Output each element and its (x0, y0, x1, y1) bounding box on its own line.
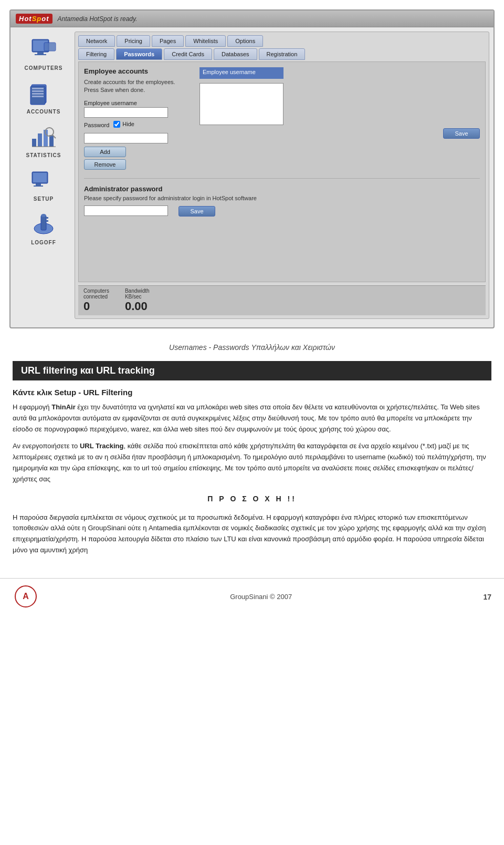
status-bar: Computersconnected 0 BandwidthKB/sec 0.0… (78, 285, 486, 315)
svg-rect-7 (32, 88, 44, 89)
svg-rect-26 (46, 220, 48, 222)
employee-accounts-section: Employee accounts Create accounts for th… (84, 67, 480, 172)
tab-pricing[interactable]: Pricing (117, 35, 150, 47)
app-logo: HotSpot (16, 14, 52, 24)
hide-label: Hide (122, 121, 134, 127)
sidebar-computers-label: COMPUTERS (25, 65, 63, 71)
svg-rect-14 (49, 135, 54, 147)
tab-credit-cards[interactable]: Credit Cards (164, 48, 212, 60)
computers-connected: Computersconnected 0 (83, 288, 109, 313)
svg-point-24 (41, 214, 46, 217)
admin-password-input[interactable] (84, 205, 168, 216)
username-input[interactable] (84, 107, 168, 118)
computers-label: Computersconnected (83, 288, 109, 300)
body-paragraph-1: Η εφαρμογή ThinAir έχει την δυνατότητα ν… (13, 402, 491, 435)
tab-passwords[interactable]: Passwords (116, 48, 162, 60)
main-content: Network Pricing Pages Whitelists Options… (75, 32, 489, 319)
text-content: Usernames - Passwords Υπαλλήλων και Χειρ… (0, 328, 504, 573)
svg-rect-11 (32, 139, 36, 147)
employee-list-area[interactable] (200, 83, 284, 125)
tab-pages[interactable]: Pages (152, 35, 184, 47)
footer-logo: A (13, 584, 39, 610)
hide-checkbox[interactable] (113, 121, 120, 128)
svg-rect-8 (32, 90, 44, 92)
body-paragraph-2: Αν ενεργοποιήσετε το URL Tracking, κάθε … (13, 441, 491, 485)
nav-row-2: Filtering Passwords Credit Cards Databas… (78, 48, 486, 60)
sidebar-item-computers[interactable]: COMPUTERS (17, 34, 70, 74)
svg-rect-25 (46, 217, 48, 219)
setup-icon (28, 168, 59, 194)
app-body: COMPUTERS ACCOUNTS (10, 27, 494, 323)
svg-rect-23 (41, 215, 46, 230)
admin-save-button[interactable]: Save (178, 206, 215, 217)
section-panel: Employee accounts Create accounts for th… (78, 61, 486, 282)
add-button[interactable]: Add (84, 147, 126, 157)
remove-button[interactable]: Remove (84, 159, 126, 170)
footer: A GroupSinani © 2007 17 (0, 578, 504, 615)
sidebar-statistics-label: STATISTICS (26, 152, 61, 158)
url-tracking-bold: URL Tracking (80, 442, 124, 450)
app-status: Antamedia HotSpot is ready. (58, 15, 138, 23)
svg-text:A: A (23, 592, 29, 601)
svg-rect-4 (44, 43, 56, 51)
sidebar-item-accounts[interactable]: ACCOUNTS (17, 77, 70, 118)
bandwidth-label: BandwidthKB/sec (125, 288, 150, 300)
accounts-icon (28, 80, 59, 107)
computers-value: 0 (83, 300, 90, 313)
tab-network[interactable]: Network (78, 35, 115, 47)
employee-accounts-title: Employee accounts (84, 67, 189, 75)
app-window: HotSpot Antamedia HotSpot is ready. COMP… (9, 9, 495, 328)
svg-rect-19 (33, 173, 47, 182)
statistics-icon (28, 124, 59, 150)
admin-desc: Please specify password for administrato… (84, 195, 480, 201)
employee-list: Employee username Save (200, 67, 480, 172)
admin-input-row: Save (84, 205, 480, 219)
employee-list-header: Employee username (200, 67, 284, 79)
tab-databases[interactable]: Databases (214, 48, 257, 60)
tab-whitelists[interactable]: Whitelists (185, 35, 226, 47)
sidebar-setup-label: SETUP (34, 196, 54, 202)
password-label: Password (84, 122, 109, 128)
sidebar-item-statistics[interactable]: STATISTICS (17, 121, 70, 161)
svg-rect-12 (38, 133, 42, 147)
sidebar-item-setup[interactable]: SETUP (17, 164, 70, 205)
sidebar-item-logoff[interactable]: LOGOFF (17, 208, 70, 249)
tab-options[interactable]: Options (227, 35, 263, 47)
titlebar: HotSpot Antamedia HotSpot is ready. (10, 11, 494, 27)
employee-accounts-desc: Create accounts for the employees. Press… (84, 78, 189, 95)
tab-registration[interactable]: Registration (259, 48, 306, 60)
subheading: Κάντε κλικ Setup - URL Filtering (13, 388, 491, 397)
footer-page-number: 17 (483, 593, 491, 601)
footer-brand: GroupSinani © 2007 (230, 593, 292, 601)
warning-text: Π Ρ Ο Σ Ο Χ Η !! (13, 494, 491, 503)
sidebar-accounts-label: ACCOUNTS (27, 109, 61, 115)
svg-rect-20 (36, 183, 41, 186)
password-input[interactable] (84, 133, 168, 143)
username-label: Employee username (84, 100, 189, 106)
employee-save-button[interactable]: Save (443, 128, 480, 139)
svg-rect-10 (32, 96, 44, 97)
sidebar: COMPUTERS ACCOUNTS (15, 32, 72, 319)
tab-filtering[interactable]: Filtering (78, 48, 114, 60)
logoff-icon (28, 211, 59, 238)
bandwidth-status: BandwidthKB/sec 0.00 (125, 288, 150, 313)
computers-icon (28, 37, 59, 63)
svg-rect-3 (35, 54, 46, 55)
section-divider (84, 178, 480, 179)
nav-row-1: Network Pricing Pages Whitelists Options (78, 35, 486, 47)
admin-title: Administrator password (84, 185, 480, 193)
employee-form: Employee accounts Create accounts for th… (84, 67, 189, 172)
thinair-bold: ThinAir (51, 403, 76, 411)
admin-password-section: Administrator password Please specify pa… (84, 185, 480, 219)
body-paragraph-3: Η παρούσα διεργασία εμπλέκεται σε νόμους… (13, 512, 491, 556)
bandwidth-value: 0.00 (125, 300, 148, 313)
page-subtitle: Usernames - Passwords Υπαλλήλων και Χειρ… (13, 343, 491, 352)
section-heading: URL filtering και URL tracking (13, 361, 491, 380)
hide-checkbox-row: Hide (113, 121, 134, 128)
svg-rect-2 (37, 52, 44, 54)
sidebar-logoff-label: LOGOFF (31, 240, 56, 245)
svg-rect-9 (32, 93, 44, 95)
svg-rect-21 (34, 186, 43, 187)
